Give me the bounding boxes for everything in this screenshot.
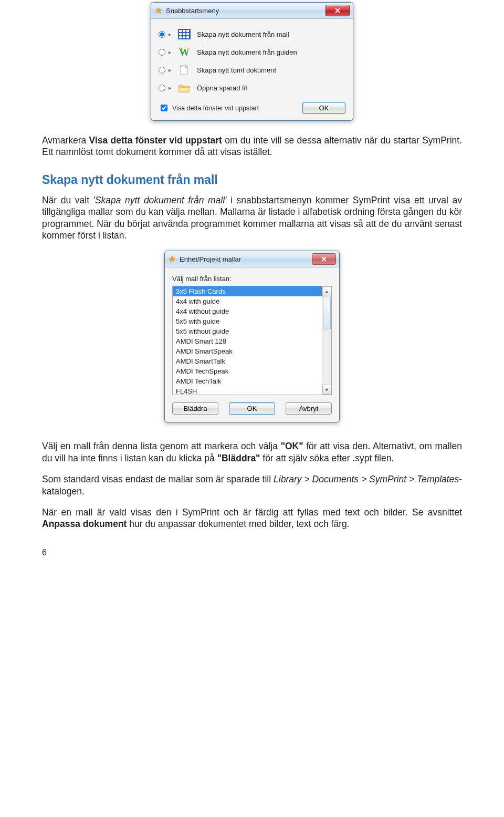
- text-bold: "OK": [281, 441, 303, 451]
- scroll-thumb[interactable]: [323, 297, 331, 329]
- radio-from-template[interactable]: [159, 31, 165, 38]
- scroll-down-button[interactable]: ▼: [322, 385, 331, 395]
- cancel-button[interactable]: Avbryt: [286, 402, 332, 415]
- chevron-icon: ▸: [169, 67, 172, 74]
- text: När du valt: [42, 195, 93, 205]
- scroll-up-button[interactable]: ▲: [322, 286, 331, 296]
- dialog-titlebar: Snabbstartsmeny: [151, 3, 353, 19]
- listbox-label: Välj mall från listan:: [172, 275, 332, 283]
- svg-rect-5: [179, 33, 182, 35]
- template-picker-dialog: Enhet/Projekt mallar Välj mall från list…: [164, 251, 340, 422]
- dialog-title: Snabbstartsmeny: [166, 7, 326, 15]
- svg-point-12: [187, 48, 189, 50]
- section-heading: Skapa nytt dokument från mall: [42, 173, 462, 187]
- svg-rect-2: [179, 30, 182, 32]
- template-listbox[interactable]: 3x5 Flash Cards4x4 with guide4x4 without…: [172, 286, 332, 395]
- text-bold: "Bläddra": [217, 453, 260, 463]
- list-item[interactable]: 5x5 with guide: [173, 316, 322, 326]
- para-default-path: Som standard visas endast de mallar som …: [42, 473, 462, 497]
- para-customize: När en mall är vald visas den i SymPrint…: [42, 506, 462, 530]
- option-from-wizard[interactable]: ▸ W Skapa nytt dokument från guiden: [159, 43, 345, 61]
- text-bold: Anpassa dokument: [42, 519, 127, 529]
- text: Som standard visas endast de mallar som …: [42, 474, 274, 484]
- list-item[interactable]: 4x4 without guide: [173, 306, 322, 316]
- scrollbar[interactable]: ▲ ▼: [322, 286, 331, 395]
- browse-button[interactable]: Bläddra: [172, 402, 218, 415]
- ok-button[interactable]: OK: [302, 102, 345, 114]
- list-item[interactable]: 4x4 with guide: [173, 296, 322, 306]
- svg-marker-0: [155, 7, 162, 13]
- list-item[interactable]: 5x5 without guide: [173, 326, 322, 336]
- page-number: 6: [42, 548, 462, 557]
- wizard-w-icon: W: [177, 46, 192, 58]
- option-label: Skapa nytt dokument från mall: [197, 30, 289, 38]
- list-item[interactable]: FL4SH: [173, 386, 322, 395]
- text-bold: Visa detta fönster vid uppstart: [89, 135, 222, 146]
- text: Avmarkera: [42, 135, 89, 146]
- svg-rect-6: [183, 33, 185, 35]
- checkbox-label: Visa detta fönster vid uppstart: [172, 105, 259, 112]
- ok-button[interactable]: OK: [229, 402, 275, 415]
- svg-point-13: [180, 48, 182, 49]
- grid-icon: [177, 28, 192, 40]
- dialog-body: ▸ Skapa nytt dokument från mall ▸ W Skap…: [151, 19, 353, 120]
- folder-icon: [177, 82, 192, 94]
- svg-rect-9: [183, 36, 185, 38]
- list-item[interactable]: AMDI TechSpeak: [173, 366, 322, 376]
- option-blank[interactable]: ▸ Skapa nytt tomt dokument: [159, 61, 345, 79]
- option-from-template[interactable]: ▸ Skapa nytt dokument från mall: [159, 25, 345, 43]
- text-italic: 'Skapa nytt dokument från mall': [93, 195, 227, 205]
- radio-open-file[interactable]: [159, 85, 165, 91]
- svg-rect-4: [186, 30, 189, 32]
- dialog-titlebar: Enhet/Projekt mallar: [165, 251, 339, 267]
- app-star-icon: [154, 6, 163, 15]
- close-button[interactable]: [326, 5, 350, 16]
- dialog-body: Välj mall från listan: 3x5 Flash Cards4x…: [165, 267, 339, 422]
- svg-marker-18: [169, 256, 175, 262]
- list-item[interactable]: AMDI TechTalk: [173, 376, 322, 386]
- list-item[interactable]: AMDI SmartTalk: [173, 356, 322, 366]
- chevron-icon: ▸: [169, 31, 172, 38]
- para-select-ok: Välj en mall från denna lista genom att …: [42, 440, 462, 464]
- radio-from-wizard[interactable]: [159, 49, 165, 56]
- scroll-track[interactable]: [322, 296, 331, 385]
- dialog-title: Enhet/Projekt mallar: [180, 255, 312, 263]
- option-label: Skapa nytt dokument från guiden: [197, 48, 297, 56]
- app-star-icon: [168, 255, 176, 263]
- para-intro-templates: När du valt 'Skapa nytt dokument från ma…: [42, 194, 462, 242]
- show-on-startup-checkbox[interactable]: Visa detta fönster vid uppstart: [159, 103, 259, 113]
- option-open-file[interactable]: ▸ Öppna sparad fil: [159, 79, 345, 97]
- list-item[interactable]: 3x5 Flash Cards: [173, 286, 322, 296]
- new-doc-icon: [177, 64, 192, 76]
- svg-rect-3: [183, 30, 185, 32]
- list-item[interactable]: AMDI Smart 128: [173, 336, 322, 346]
- text-italic: Library > Documents > SymPrint > Templat…: [274, 474, 459, 484]
- checkbox-input[interactable]: [161, 105, 167, 111]
- option-label: Öppna sparad fil: [197, 84, 247, 92]
- chevron-icon: ▸: [169, 85, 172, 91]
- quickstart-dialog: Snabbstartsmeny ▸ Skapa nytt dokument fr…: [151, 2, 353, 121]
- chevron-icon: ▸: [169, 49, 172, 56]
- text: hur du anpassar dokumentet med bilder, t…: [127, 519, 349, 529]
- para-uncheck-startup: Avmarkera Visa detta fönster vid uppstar…: [42, 135, 462, 158]
- text: Välj en mall från denna lista genom att …: [42, 441, 281, 451]
- text: När en mall är vald visas den i SymPrint…: [42, 507, 462, 518]
- svg-rect-8: [179, 36, 182, 38]
- list-item[interactable]: AMDI SmartSpeak: [173, 346, 322, 356]
- svg-rect-10: [186, 36, 189, 38]
- text: för att själv söka efter .sypt filen.: [260, 453, 394, 463]
- close-button[interactable]: [312, 253, 336, 265]
- svg-rect-7: [186, 33, 189, 35]
- radio-blank[interactable]: [159, 67, 165, 74]
- option-label: Skapa nytt tomt dokument: [197, 66, 276, 74]
